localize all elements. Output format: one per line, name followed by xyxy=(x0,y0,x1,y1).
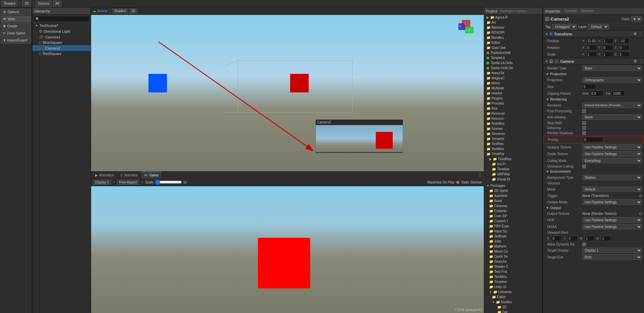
near-input[interactable] xyxy=(590,91,604,96)
scene-shading-btn[interactable]: Shaded xyxy=(112,8,128,13)
project-item-timeline1[interactable]: 📁 Timeline xyxy=(484,167,542,172)
renderer-dropdown[interactable]: Default Renderer (Procedu... xyxy=(582,103,642,108)
project-item-spriteunlit[interactable]: Sprite-Unlit-De xyxy=(484,65,542,70)
hierarchy-item-redsquare[interactable]: □ RedSquare xyxy=(32,51,91,56)
project-item-thirdpar[interactable]: 📁 ThirdPar xyxy=(484,151,542,156)
project-item-jobs[interactable]: 📁 Jobs xyxy=(484,239,542,244)
project-item-editor[interactable]: 📁 Editor xyxy=(484,40,542,45)
project-item-res[interactable]: 📁 Res xyxy=(484,106,542,111)
import-export-btn[interactable]: ⬆ Import/Export xyxy=(1,37,31,44)
opaque-texture-dropdown[interactable]: Use Pipeline Settings xyxy=(582,144,642,150)
trigger-pick-icon[interactable]: ⊙ xyxy=(639,194,642,198)
project-item-universa[interactable]: ▼ 📁 Universa xyxy=(484,289,542,294)
hierarchy-search[interactable]: 🔍 xyxy=(34,16,89,22)
size-input[interactable] xyxy=(582,84,596,89)
aspect-btn[interactable]: Free Aspect xyxy=(117,180,139,185)
project-item-dat[interactable]: 📁 Dat xyxy=(484,310,542,313)
transform-more-icon[interactable]: ⋮ xyxy=(638,32,642,36)
hierarchy-item-camera2[interactable]: 🎥 Camera2 xyxy=(32,45,91,51)
project-item-shaderc[interactable]: 📁 Shader C xyxy=(484,264,542,269)
project-item-scifi[interactable]: 📁 Sci-Fi xyxy=(484,162,542,167)
vp-w-input[interactable] xyxy=(585,236,595,241)
scale-z-input[interactable] xyxy=(619,52,629,57)
hierarchy-item-camera1[interactable]: 🎥 Camera1 xyxy=(32,34,91,40)
project-item-backwor[interactable]: 📁 Backwor xyxy=(484,25,542,30)
project-item-simplelit[interactable]: SimpleLit xyxy=(484,55,542,60)
project-item-procedu[interactable]: 📁 Procedu xyxy=(484,101,542,106)
maximize-btn[interactable]: Maximize On Play xyxy=(427,180,455,184)
scene-2d-btn[interactable]: 2D xyxy=(129,8,138,13)
project-item-rolemoc[interactable]: 📁 RoleMoc xyxy=(484,121,542,126)
hierarchy-item-testscene[interactable]: ▼ TestScene* xyxy=(32,23,91,28)
project-item-particlesunlit[interactable]: ParticlesUnlit xyxy=(484,50,542,55)
project-item-art[interactable]: 📁 Art xyxy=(484,20,542,25)
project-item-monoce[interactable]: 📁 Mono Ce xyxy=(484,249,542,254)
depth-texture-dropdown[interactable]: Use Pipeline Settings xyxy=(582,151,642,156)
project-item-streamin[interactable]: 📁 Streamin xyxy=(484,131,542,136)
project-item-terrainn[interactable]: 📁 TerrainN xyxy=(484,136,542,141)
project-item-searche[interactable]: 📁 Searche xyxy=(484,259,542,264)
animator-tab[interactable]: ⊙ Animator xyxy=(117,172,140,178)
scale-y-input[interactable] xyxy=(603,52,613,57)
shading-mode-btn[interactable]: Shaded xyxy=(1,1,18,7)
hdr-dropdown[interactable]: Use Pipeline Settings xyxy=(582,217,642,223)
2d-mode-btn[interactable]: 2D xyxy=(22,1,31,7)
game-gizmos-btn[interactable]: Gizmos xyxy=(470,180,482,184)
priority-input[interactable] xyxy=(583,137,603,142)
post-processing-checkbox[interactable] xyxy=(582,109,586,113)
scale-x-input[interactable] xyxy=(586,52,597,57)
project-item-bundles[interactable]: 📁 Bundles xyxy=(484,35,542,40)
mute-icon[interactable]: 🔇 xyxy=(456,180,460,184)
project-item-burst[interactable]: 📁 Burst xyxy=(484,198,542,203)
rotation-z-input[interactable] xyxy=(619,45,629,50)
allow-dynamic-checkbox[interactable] xyxy=(582,243,586,246)
project-item-2d[interactable]: 📁 2D xyxy=(484,305,542,310)
project-item-editor2[interactable]: 📁 Editor xyxy=(484,294,542,300)
project-item-urpwat[interactable]: 📁 URPWat xyxy=(484,172,542,177)
culling-mask-dropdown[interactable]: Everything xyxy=(582,158,642,163)
gizmos-btn[interactable]: Gizmos xyxy=(35,1,52,7)
project-item-collectic[interactable]: 📁 Collectic xyxy=(484,208,542,214)
anti-aliasing-dropdown[interactable]: None xyxy=(582,114,642,120)
tag-dropdown[interactable]: Untagged xyxy=(552,24,577,29)
msaa-dropdown[interactable]: Use Pipeline Settings xyxy=(582,224,642,229)
projection-dropdown[interactable]: Orthographic xyxy=(582,77,642,83)
project-item-magicac[interactable]: 📁 MagicaC xyxy=(484,76,542,81)
hierarchy-item-dirlight[interactable]: ⊙ Directional Light xyxy=(32,28,91,34)
project-item-visualdi[interactable]: 📁 Visual Di xyxy=(484,177,542,182)
animation-tab[interactable]: ▶ Animation xyxy=(92,172,117,178)
output-texture-pick-icon[interactable]: ⊙ xyxy=(639,211,642,216)
position-x-input[interactable] xyxy=(586,38,597,44)
render-shadows-checkbox[interactable] xyxy=(582,131,586,135)
project-item-inputsy[interactable]: 📁 Input Sy: xyxy=(484,229,542,234)
rotation-x-input[interactable] xyxy=(586,45,597,50)
target-display-dropdown[interactable]: Display 1 xyxy=(582,248,642,253)
project-item-textmes2[interactable]: 📁 TextMes xyxy=(484,274,542,279)
view-btn[interactable]: 👁 View xyxy=(1,16,31,22)
position-z-input[interactable] xyxy=(619,38,629,44)
vp-x-input[interactable] xyxy=(551,236,561,241)
project-item-customi[interactable]: 📁 Custom I xyxy=(484,219,542,224)
project-item-resourc[interactable]: 📁 Resourc xyxy=(484,116,542,121)
project-item-mynode[interactable]: 📁 MyNode xyxy=(484,86,542,91)
project-item-textmes1[interactable]: 📁 TextMes xyxy=(484,146,542,151)
project-item-spritelitdefa[interactable]: Sprite-Lit-Defa xyxy=(484,60,542,65)
target-eye-dropdown[interactable]: Both xyxy=(582,254,642,260)
project-item-boxopi[interactable]: 📁 BOXOPI xyxy=(484,30,542,35)
rotation-y-input[interactable] xyxy=(603,45,613,50)
project-item-testfrai[interactable]: 📁 Test Frai xyxy=(484,269,542,274)
camera-enabled-checkbox[interactable] xyxy=(550,60,553,63)
project-item-jetbrain[interactable]: 📁 JetBrain xyxy=(484,234,542,239)
project-item-plugins[interactable]: 📁 Plugins xyxy=(484,96,542,101)
project-item-resonan[interactable]: 📁 Resonan xyxy=(484,111,542,116)
scale-slider[interactable] xyxy=(155,180,182,184)
dithering-checkbox[interactable] xyxy=(582,126,586,130)
draw-spline-btn[interactable]: ✏ Draw Spline xyxy=(1,30,31,36)
camera-more-icon[interactable]: ⋮ xyxy=(638,59,642,63)
update-mode-dropdown[interactable]: Use Pipeline Settings xyxy=(582,199,642,205)
project-item-itseez3d[interactable]: 📁 itseez3d xyxy=(484,70,542,76)
transform-settings-icon[interactable]: ⚙ xyxy=(634,32,637,36)
render-type-dropdown[interactable]: Base xyxy=(582,65,642,71)
far-input[interactable] xyxy=(612,91,625,96)
transform-section-header[interactable]: ▼ ⊞ Transform ⚙ ⋮ xyxy=(543,30,644,37)
